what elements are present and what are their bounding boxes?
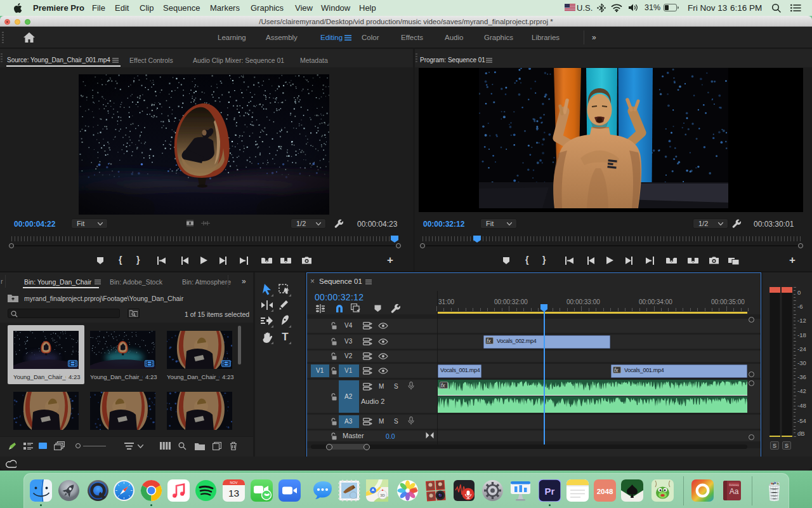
svg-text:NOV: NOV [230,481,238,485]
svg-text:2048: 2048 [597,488,613,495]
svg-text:Pr: Pr [545,486,555,497]
svg-text:3D: 3D [380,493,385,497]
svg-text:Dictionary: Dictionary [729,484,739,486]
svg-text:Aa: Aa [730,487,739,496]
svg-text:13: 13 [228,488,239,498]
svg-text:T: T [282,331,289,342]
